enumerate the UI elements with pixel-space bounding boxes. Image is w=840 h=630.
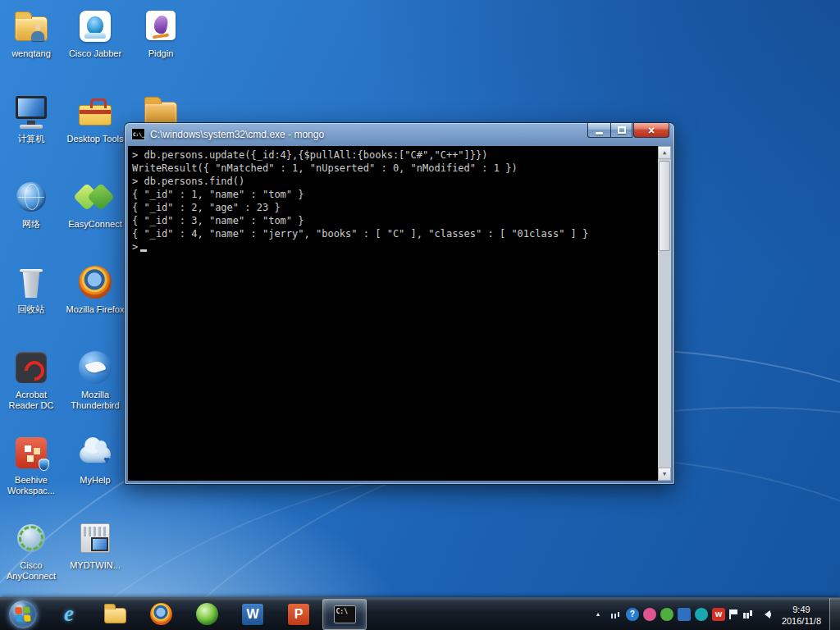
console-line: > db.persons.update({_id:4},{$pullAll:{b…	[132, 148, 653, 162]
desktop-icon-label: 计算机	[0, 134, 62, 144]
antivirus-tray-icon[interactable]	[712, 608, 725, 621]
desktop-icon-myhelp[interactable]: MyHelp	[64, 433, 126, 486]
taskbar-cmd-button-active[interactable]: C:\	[322, 599, 367, 630]
powerpoint-icon: P	[288, 604, 309, 625]
toolbox-icon	[75, 92, 115, 131]
desktop-icon-label: Desktop Tools	[64, 134, 126, 144]
window-caption-buttons	[587, 123, 669, 138]
taskbar: e W P C:\ 9:49 2016/11/8	[0, 597, 840, 630]
network-globe-icon	[11, 177, 51, 217]
show-desktop-button[interactable]	[829, 598, 840, 630]
maximize-button[interactable]	[610, 123, 632, 138]
desktop-icon-label: Beehive Workspac...	[0, 475, 62, 496]
taskbar-tray-zone: 9:49 2016/11/8	[585, 598, 840, 630]
window-titlebar[interactable]: C:\windows\system32\cmd.exe - mongo	[125, 123, 674, 145]
start-button[interactable]	[0, 600, 46, 628]
windows-start-orb-icon	[9, 600, 37, 628]
firefox-icon	[150, 603, 172, 625]
clock-date: 2016/11/8	[782, 615, 821, 627]
clock-time: 9:49	[782, 604, 821, 615]
desktop-icon-label: MyHelp	[64, 475, 126, 486]
network-tray-icon[interactable]	[742, 608, 755, 621]
desktop-icon-recycle-bin[interactable]: 回收站	[0, 262, 62, 315]
console-prompt: >	[132, 240, 138, 253]
cmd-icon: C:\	[334, 605, 356, 623]
console-output[interactable]: > db.persons.update({_id:4},{$pullAll:{b…	[128, 146, 671, 481]
recycle-bin-icon	[11, 262, 51, 302]
close-button[interactable]	[633, 123, 669, 138]
help-tray-icon[interactable]	[626, 608, 639, 621]
window-title: C:\windows\system32\cmd.exe - mongo	[150, 129, 324, 140]
green-browser-icon	[196, 603, 218, 625]
desktop-icon-easyconnect[interactable]: EasyConnect	[64, 177, 126, 230]
taskbar-clock[interactable]: 9:49 2016/11/8	[778, 602, 829, 627]
desktop-icon-label: EasyConnect	[64, 219, 126, 230]
desktop-icon-cisco-anyconnect[interactable]: Cisco AnyConnect	[0, 518, 62, 582]
word-icon: W	[242, 604, 263, 625]
system-tray	[585, 608, 778, 621]
taskbar-word-button[interactable]: W	[231, 599, 275, 630]
desktop-icon-desktop-tools[interactable]: Desktop Tools	[64, 92, 126, 144]
desktop-icon-mydtwin[interactable]: MYDTWIN...	[64, 518, 126, 571]
desktop-icon-label: wenqtang	[0, 48, 62, 59]
taskbar-firefox-button[interactable]	[139, 599, 183, 630]
console-line: { "_id" : 1, "name" : "tom" }	[132, 188, 653, 201]
minimize-icon	[596, 132, 603, 135]
cmd-window: C:\windows\system32\cmd.exe - mongo > db…	[125, 123, 674, 484]
desktop-icon-pidgin[interactable]: Pidgin	[130, 7, 192, 59]
scroll-up-button[interactable]	[658, 146, 671, 159]
text-cursor	[140, 249, 147, 252]
desktop-icon-label: Cisco Jabber	[64, 48, 126, 59]
close-icon	[648, 123, 655, 138]
desktop-icon-label: Mozilla Thunderbird	[64, 390, 126, 411]
easyconnect-tray-icon[interactable]	[660, 608, 673, 621]
desktop-icon-cisco-jabber[interactable]: Cisco Jabber	[64, 7, 126, 59]
desktop-icon-label: MYDTWIN...	[64, 560, 126, 571]
hidden-icons-button[interactable]	[591, 608, 605, 621]
user-folder-icon	[11, 7, 51, 46]
pink-app-tray-icon[interactable]	[643, 608, 656, 621]
desktop-icon-label: Cisco AnyConnect	[0, 560, 62, 582]
installer-box-icon	[75, 518, 115, 558]
volume-tray-icon[interactable]	[759, 608, 772, 621]
teal-app-tray-icon[interactable]	[695, 608, 708, 621]
shield-overlay-icon	[39, 459, 49, 471]
desktop-icon-beehive-workspaces[interactable]: Beehive Workspac...	[0, 433, 62, 496]
action-center-flag-icon[interactable]	[729, 609, 737, 619]
taskbar-green-browser-button[interactable]	[185, 599, 229, 630]
windows-explorer-icon	[104, 608, 126, 623]
desktop-icon-label: Pidgin	[130, 48, 192, 59]
internet-explorer-icon: e	[64, 601, 74, 627]
heart-icon	[103, 454, 110, 466]
desktop-icon-thunderbird[interactable]: Mozilla Thunderbird	[64, 348, 126, 411]
console-line: { "_id" : 4, "name" : "jerry", "books" :…	[132, 227, 653, 240]
firefox-icon	[75, 262, 115, 302]
console-line: > db.persons.find()	[132, 175, 653, 188]
thunderbird-icon	[75, 348, 115, 387]
console-scrollbar[interactable]	[658, 146, 671, 481]
maximize-icon	[618, 126, 626, 134]
console-line: { "_id" : 3, "name" : "tom" }	[132, 214, 653, 227]
console-line: WriteResult({ "nMatched" : 1, "nUpserted…	[132, 162, 653, 175]
cloud-icon	[75, 433, 115, 472]
resource-meter-tray-icon[interactable]	[609, 608, 622, 621]
windows-flag-icon	[15, 606, 30, 622]
scroll-down-button[interactable]	[658, 468, 671, 481]
desktop-icon-firefox[interactable]: Mozilla Firefox	[64, 262, 126, 315]
pidgin-icon	[141, 7, 180, 46]
computer-icon	[11, 92, 51, 131]
taskbar-powerpoint-button[interactable]: P	[276, 599, 321, 630]
console-prompt-line: >	[132, 240, 653, 253]
taskbar-internet-explorer-button[interactable]: e	[47, 599, 91, 630]
acrobat-reader-icon	[11, 348, 51, 387]
desktop-icon-acrobat-reader[interactable]: Acrobat Reader DC	[0, 348, 62, 411]
taskbar-explorer-button[interactable]	[93, 599, 137, 630]
blue-app-tray-icon[interactable]	[678, 608, 691, 621]
desktop-icon-network[interactable]: 网络	[0, 177, 62, 230]
desktop-icon-label: Mozilla Firefox	[64, 304, 126, 315]
scrollbar-thumb[interactable]	[659, 161, 670, 251]
desktop-icon-wenqtang[interactable]: wenqtang	[0, 7, 62, 59]
desktop-icon-label: 回收站	[0, 304, 62, 315]
desktop-icon-computer[interactable]: 计算机	[0, 92, 62, 144]
minimize-button[interactable]	[587, 123, 610, 138]
